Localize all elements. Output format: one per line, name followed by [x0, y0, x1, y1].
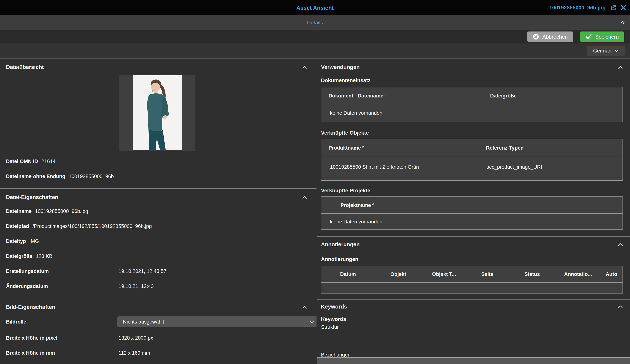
prop-value: 112 x 169 mm: [118, 348, 150, 358]
section-title-annotierungen: Annotierungen: [321, 240, 360, 248]
prop-row: Breite x Höhe in mm112 x 169 mm: [6, 348, 310, 358]
keywords-value: Struktur: [321, 323, 623, 332]
section-title-file-properties: Datei-Eigenschaften: [6, 193, 58, 201]
table-row[interactable]: 10019285500 Shirt mit Zierknoten Grün ac…: [322, 157, 622, 177]
column-header[interactable]: Datum: [322, 272, 374, 277]
section-file-overview: Dateiübersicht: [0, 58, 316, 188]
tab-details[interactable]: Details: [307, 19, 323, 25]
empty-message: keine Daten vorhanden: [322, 219, 622, 224]
column-header[interactable]: Status: [508, 272, 556, 277]
sort-asc-icon: ^: [372, 202, 374, 206]
prop-label: Dateigröße: [6, 254, 32, 259]
prop-row: Dateipfad/Productimages/100/192/855/1001…: [6, 222, 310, 231]
prop-row: Dateiname ohne Endung100192855000_96b: [6, 172, 310, 182]
chevron-down-icon: [310, 320, 314, 324]
language-select-value: German: [593, 48, 612, 54]
prop-row: Dateigröße123 KB: [6, 252, 310, 261]
sort-asc-icon: ^: [384, 93, 387, 97]
asset-filename: 100192855000_96b.jpg: [550, 4, 606, 10]
prop-row: Dateiname100192855000_96b.jpg: [6, 206, 310, 216]
table-empty-row: keine Daten vorhanden: [322, 104, 622, 122]
section-annotierungen: Annotierungen Annotierungen Datum Objekt…: [317, 236, 630, 299]
content-area: Dateiübersicht: [0, 58, 630, 364]
collapse-section-icon[interactable]: [618, 64, 623, 70]
prop-row: Auflösung300: [6, 363, 310, 364]
prop-row-bildrolle: Bildrolle Nichts ausgewählt: [6, 317, 310, 328]
subsection-title-verknuepfte-objekte: Verknüpfte Objekte: [321, 129, 623, 136]
subsection-title-keywords: Keywords: [321, 315, 623, 323]
section-title-verwendungen: Verwendungen: [321, 63, 360, 71]
share-icon[interactable]: [610, 4, 616, 11]
action-toolbar: Abbrechen Speichern: [0, 30, 630, 44]
empty-message: keine Daten vorhanden: [322, 110, 484, 116]
asset-preview-image: [132, 75, 182, 150]
prop-label: Datei OMN ID: [6, 158, 38, 164]
collapse-section-icon[interactable]: [302, 64, 307, 70]
sort-asc-icon: ^: [362, 145, 364, 149]
cancel-button-label: Abbrechen: [542, 34, 568, 40]
prop-row: DateitypIMG: [6, 236, 310, 246]
collapse-panel-icon[interactable]: «: [621, 19, 625, 26]
prop-value: 1320 x 2000 px: [118, 333, 153, 343]
table-header-row: Projektname^: [322, 197, 622, 214]
prop-value: 123 KB: [36, 254, 52, 259]
prop-row: Änderungsdatum19.10.21, 12:43: [6, 282, 310, 291]
bildrolle-select[interactable]: Nichts ausgewählt: [118, 316, 316, 327]
verknuepfte-projekte-table: Projektname^ keine Daten vorhanden: [321, 196, 623, 230]
prop-value: /Productimages/100/192/855/100192855000_…: [32, 224, 152, 229]
column-header[interactable]: Auto: [600, 272, 622, 277]
cancel-button[interactable]: Abbrechen: [527, 31, 573, 42]
column-header[interactable]: Projektname^: [322, 202, 622, 208]
collapse-section-icon[interactable]: [302, 304, 307, 310]
section-title-file-overview: Dateiübersicht: [6, 63, 44, 71]
prop-value: IMG: [30, 238, 39, 244]
language-bar: German: [0, 44, 630, 58]
prop-value: 100192855000_96b.jpg: [35, 208, 88, 214]
page-title: Asset Ansicht: [296, 4, 334, 11]
prop-label: Breite x Höhe in pixel: [6, 335, 58, 341]
prop-label: Dateityp: [6, 238, 26, 244]
collapse-section-icon[interactable]: [618, 303, 623, 310]
cancel-circle-x-icon: [533, 34, 539, 40]
table-header-row: Dokument - Dateiname^ Dateigröße: [322, 87, 622, 104]
column-header[interactable]: Objekt T...: [422, 272, 466, 277]
section-image-properties: Bild-Eigenschaften Bildrolle Nichts ausg…: [0, 298, 316, 364]
column-header[interactable]: Annotatio...: [556, 272, 600, 277]
bottom-strip: [317, 357, 630, 364]
tab-bar: Details «: [0, 15, 630, 30]
column-header[interactable]: Dateigröße: [484, 93, 622, 98]
left-panel: Dateiübersicht: [0, 58, 316, 364]
prop-value: 19.10.2021, 12:43:57: [118, 266, 166, 276]
table-empty-row: keine Daten vorhanden: [322, 214, 622, 230]
right-panel: Verwendungen Dokumenteneinsatz Dokument …: [317, 58, 630, 364]
language-select[interactable]: German: [587, 46, 625, 56]
prop-value: 100192855000_96b: [69, 174, 114, 179]
prop-row: Erstellungsdatum19.10.2021, 12:43:57: [6, 266, 310, 276]
column-header[interactable]: Referenz-Typen: [480, 145, 622, 151]
column-header[interactable]: Dokument - Dateiname^: [322, 93, 484, 98]
chevron-down-icon: [614, 49, 619, 52]
column-header[interactable]: Produktname^: [322, 145, 480, 151]
prop-label: Bildrolle: [6, 319, 26, 325]
column-header[interactable]: Objekt: [374, 272, 422, 277]
reference-type-cell: acc_product_image_URI: [480, 164, 622, 170]
save-button[interactable]: Speichern: [580, 31, 624, 42]
close-icon[interactable]: [620, 5, 626, 10]
section-keywords: Keywords Keywords Struktur Beziehungen: [317, 299, 630, 364]
section-file-properties: Datei-Eigenschaften Dateiname10019285500…: [0, 188, 316, 298]
prop-value: 300: [118, 363, 127, 364]
horizontal-scrollbar-track[interactable]: [322, 177, 622, 180]
prop-label: Dateiname ohne Endung: [6, 174, 66, 179]
column-header[interactable]: Seite: [466, 272, 508, 277]
save-button-label: Speichern: [595, 34, 619, 40]
subsection-title-annotierungen: Annotierungen: [321, 255, 623, 263]
collapse-section-icon[interactable]: [302, 194, 307, 200]
prop-value: 19.10.21, 12:43: [118, 282, 154, 291]
product-name-cell: 10019285500 Shirt mit Zierknoten Grün: [322, 164, 480, 170]
asset-thumbnail[interactable]: [119, 75, 195, 151]
table-header-row: Datum Objekt Objekt T... Seite Status An…: [322, 266, 622, 283]
verknuepfte-objekte-table: Produktname^ Referenz-Typen 10019285500 …: [321, 139, 623, 181]
collapse-section-icon[interactable]: [618, 241, 623, 248]
dokumenteneinsatz-table: Dokument - Dateiname^ Dateigröße keine D…: [321, 87, 623, 122]
section-title-keywords: Keywords: [321, 302, 347, 311]
